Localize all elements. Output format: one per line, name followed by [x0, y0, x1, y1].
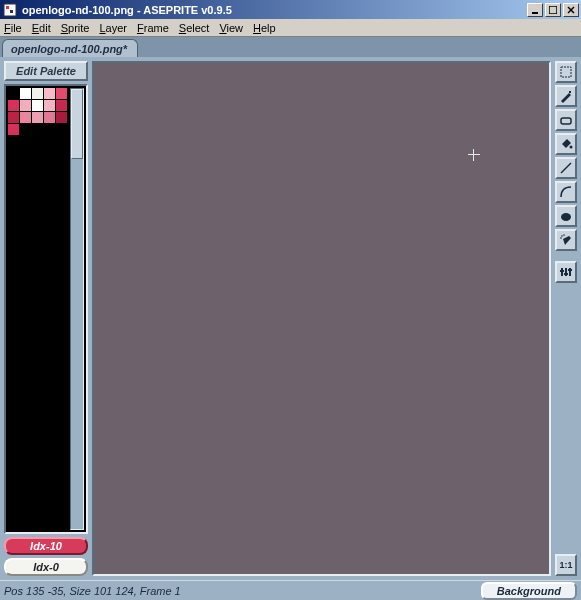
menu-select[interactable]: Select: [179, 22, 210, 34]
bg-color-button[interactable]: Idx-0: [4, 558, 88, 576]
tool-bar: 1:1: [553, 57, 581, 580]
swatch[interactable]: [32, 100, 43, 111]
svg-rect-19: [560, 270, 564, 272]
swatch[interactable]: [20, 100, 31, 111]
svg-rect-7: [561, 67, 571, 77]
swatch[interactable]: [32, 112, 43, 123]
swatch[interactable]: [32, 88, 43, 99]
swatch[interactable]: [56, 112, 67, 123]
palette-scrollbar[interactable]: [70, 88, 84, 530]
zoom-indicator[interactable]: 1:1: [555, 554, 577, 576]
swatch[interactable]: [56, 88, 67, 99]
scrollbar-thumb[interactable]: [71, 89, 83, 159]
svg-rect-21: [568, 269, 572, 271]
swatch[interactable]: [8, 88, 19, 99]
palette-box: [4, 84, 88, 534]
status-text: Pos 135 -35, Size 101 124, Frame 1: [4, 585, 181, 597]
svg-point-10: [570, 146, 573, 149]
eraser-tool[interactable]: [555, 109, 577, 131]
marquee-tool[interactable]: [555, 61, 577, 83]
svg-rect-4: [549, 6, 557, 14]
spray-tool[interactable]: [555, 229, 577, 251]
svg-rect-9: [561, 118, 571, 124]
svg-point-12: [561, 213, 571, 221]
fg-color-button[interactable]: Idx-10: [4, 537, 88, 555]
menu-frame[interactable]: Frame: [137, 22, 169, 34]
workspace: Edit Palette Idx-10 Idx-0 1:1: [0, 57, 581, 580]
swatch[interactable]: [56, 100, 67, 111]
canvas-wrap: [92, 57, 553, 580]
swatch[interactable]: [20, 88, 31, 99]
tab-document[interactable]: openlogo-nd-100.png*: [2, 39, 138, 57]
palette-panel: Edit Palette Idx-10 Idx-0: [0, 57, 92, 580]
blur-tool[interactable]: [555, 205, 577, 227]
swatch[interactable]: [20, 112, 31, 123]
swatch[interactable]: [44, 100, 55, 111]
title-bar: openlogo-nd-100.png - ASEPRITE v0.9.5: [0, 0, 581, 19]
minimize-button[interactable]: [527, 3, 543, 17]
svg-rect-8: [569, 91, 571, 93]
layer-button[interactable]: Background: [481, 582, 577, 600]
tab-label: openlogo-nd-100.png*: [11, 43, 127, 55]
cursor-crosshair-icon: [468, 149, 480, 161]
status-bar: Pos 135 -35, Size 101 124, Frame 1 Backg…: [0, 580, 581, 600]
canvas[interactable]: [92, 61, 551, 576]
menu-bar: File Edit Sprite Layer Frame Select View…: [0, 19, 581, 37]
swatch[interactable]: [8, 124, 19, 135]
svg-rect-1: [6, 6, 9, 9]
maximize-button[interactable]: [545, 3, 561, 17]
close-button[interactable]: [563, 3, 579, 17]
swatch[interactable]: [44, 88, 55, 99]
swatch-grid[interactable]: [6, 86, 66, 532]
pencil-tool[interactable]: [555, 85, 577, 107]
swatch[interactable]: [8, 100, 19, 111]
swatch[interactable]: [8, 112, 19, 123]
edit-palette-button[interactable]: Edit Palette: [4, 61, 88, 81]
app-icon: [2, 2, 18, 18]
svg-rect-2: [10, 10, 13, 13]
configure-tool[interactable]: [555, 261, 577, 283]
menu-sprite[interactable]: Sprite: [61, 22, 90, 34]
svg-rect-20: [564, 273, 568, 275]
window-title: openlogo-nd-100.png - ASEPRITE v0.9.5: [22, 4, 232, 16]
svg-rect-3: [532, 12, 538, 14]
menu-view[interactable]: View: [219, 22, 243, 34]
swatch[interactable]: [44, 112, 55, 123]
menu-layer[interactable]: Layer: [99, 22, 127, 34]
bucket-tool[interactable]: [555, 133, 577, 155]
svg-point-13: [561, 235, 563, 237]
menu-file[interactable]: File: [4, 22, 22, 34]
menu-help[interactable]: Help: [253, 22, 276, 34]
menu-edit[interactable]: Edit: [32, 22, 51, 34]
svg-point-15: [560, 237, 562, 239]
svg-line-11: [561, 163, 571, 173]
tab-bar: openlogo-nd-100.png*: [0, 37, 581, 57]
curve-tool[interactable]: [555, 181, 577, 203]
line-tool[interactable]: [555, 157, 577, 179]
svg-point-14: [563, 234, 565, 236]
